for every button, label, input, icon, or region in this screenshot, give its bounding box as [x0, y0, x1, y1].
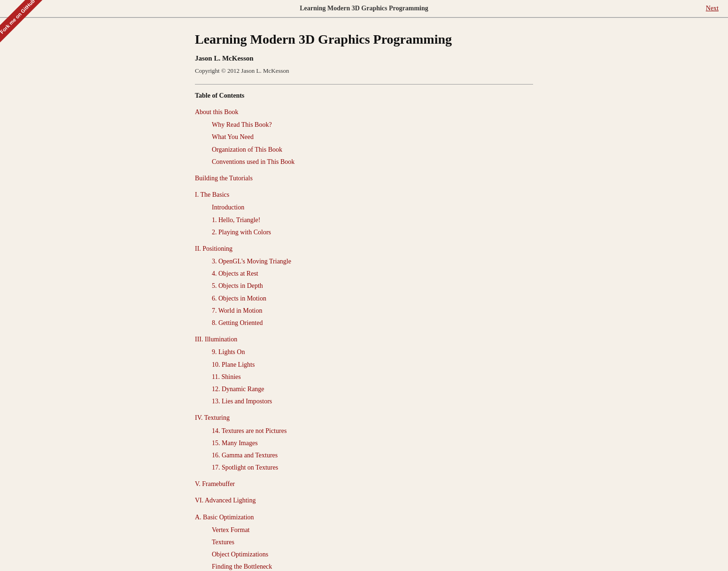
section-divider: [195, 84, 533, 85]
main-content: Learning Modern 3D Graphics Programming …: [186, 18, 542, 571]
toc-container: About this BookWhy Read This Book?What Y…: [195, 106, 533, 571]
toc-top-link-3[interactable]: II. Positioning: [195, 243, 533, 255]
toc-child-link-0-0[interactable]: Why Read This Book?: [195, 119, 533, 131]
toc-group-1: Building the Tutorials: [195, 172, 533, 184]
toc-children-8: Vertex FormatTexturesObject Optimization…: [195, 524, 533, 571]
toc-group-5: IV. Texturing14. Textures are not Pictur…: [195, 412, 533, 473]
toc-child-link-3-5[interactable]: 8. Getting Oriented: [195, 317, 533, 329]
toc-group-7: VI. Advanced Lighting: [195, 494, 533, 506]
toc-child-link-2-2[interactable]: 2. Playing with Colors: [195, 226, 533, 238]
toc-child-link-2-1[interactable]: 1. Hello, Triangle!: [195, 214, 533, 226]
toc-heading: Table of Contents: [195, 92, 533, 100]
fork-ribbon-link[interactable]: Fork me on GitHub: [0, 0, 43, 42]
toc-top-link-2[interactable]: I. The Basics: [195, 189, 533, 201]
toc-child-link-4-3[interactable]: 12. Dynamic Range: [195, 383, 533, 395]
nav-title: Learning Modern 3D Graphics Programming: [300, 5, 428, 12]
toc-children-2: Introduction1. Hello, Triangle!2. Playin…: [195, 201, 533, 238]
toc-child-link-3-4[interactable]: 7. World in Motion: [195, 305, 533, 316]
toc-top-link-0[interactable]: About this Book: [195, 106, 533, 118]
toc-child-link-3-3[interactable]: 6. Objects in Motion: [195, 293, 533, 304]
toc-top-link-7[interactable]: VI. Advanced Lighting: [195, 494, 533, 506]
toc-child-link-0-1[interactable]: What You Need: [195, 131, 533, 143]
toc-children-5: 14. Textures are not Pictures15. Many Im…: [195, 425, 533, 474]
toc-group-4: III. Illumination9. Lights On10. Plane L…: [195, 333, 533, 407]
toc-child-link-3-2[interactable]: 5. Objects in Depth: [195, 280, 533, 292]
toc-child-link-5-2[interactable]: 16. Gamma and Textures: [195, 449, 533, 461]
toc-children-4: 9. Lights On10. Plane Lights11. Shinies1…: [195, 346, 533, 407]
toc-child-link-3-0[interactable]: 3. OpenGL's Moving Triangle: [195, 255, 533, 267]
toc-top-link-4[interactable]: III. Illumination: [195, 333, 533, 345]
top-nav: Learning Modern 3D Graphics Programming …: [0, 0, 728, 17]
book-title: Learning Modern 3D Graphics Programming: [195, 32, 533, 47]
toc-child-link-8-0[interactable]: Vertex Format: [195, 524, 533, 536]
toc-child-link-0-3[interactable]: Conventions used in This Book: [195, 156, 533, 168]
toc-top-link-5[interactable]: IV. Texturing: [195, 412, 533, 424]
toc-top-link-8[interactable]: A. Basic Optimization: [195, 511, 533, 523]
book-copyright: Copyright © 2012 Jason L. McKesson: [195, 67, 533, 75]
toc-child-link-3-1[interactable]: 4. Objects at Rest: [195, 268, 533, 279]
next-button-container: Next: [706, 5, 719, 12]
toc-child-link-2-0[interactable]: Introduction: [195, 201, 533, 213]
toc-group-2: I. The BasicsIntroduction1. Hello, Trian…: [195, 189, 533, 238]
next-link[interactable]: Next: [706, 5, 719, 12]
toc-child-link-4-0[interactable]: 9. Lights On: [195, 346, 533, 358]
toc-group-3: II. Positioning3. OpenGL's Moving Triang…: [195, 243, 533, 329]
toc-child-link-5-1[interactable]: 15. Many Images: [195, 437, 533, 449]
toc-children-3: 3. OpenGL's Moving Triangle4. Objects at…: [195, 255, 533, 329]
toc-child-link-4-2[interactable]: 11. Shinies: [195, 371, 533, 383]
toc-child-link-0-2[interactable]: Organization of This Book: [195, 144, 533, 155]
toc-child-link-4-1[interactable]: 10. Plane Lights: [195, 359, 533, 370]
fork-ribbon: Fork me on GitHub: [0, 0, 47, 47]
toc-child-link-4-4[interactable]: 13. Lies and Impostors: [195, 395, 533, 407]
toc-child-link-8-2[interactable]: Object Optimizations: [195, 548, 533, 560]
toc-top-link-6[interactable]: V. Framebuffer: [195, 478, 533, 490]
toc-group-0: About this BookWhy Read This Book?What Y…: [195, 106, 533, 168]
toc-child-link-8-3[interactable]: Finding the Bottleneck: [195, 561, 533, 571]
toc-group-8: A. Basic OptimizationVertex FormatTextur…: [195, 511, 533, 571]
toc-child-link-8-1[interactable]: Textures: [195, 536, 533, 548]
book-author: Jason L. McKesson: [195, 54, 533, 62]
toc-children-0: Why Read This Book?What You NeedOrganiza…: [195, 119, 533, 168]
toc-child-link-5-3[interactable]: 17. Spotlight on Textures: [195, 462, 533, 473]
toc-child-link-5-0[interactable]: 14. Textures are not Pictures: [195, 425, 533, 437]
toc-group-6: V. Framebuffer: [195, 478, 533, 490]
toc-top-link-1[interactable]: Building the Tutorials: [195, 172, 533, 184]
